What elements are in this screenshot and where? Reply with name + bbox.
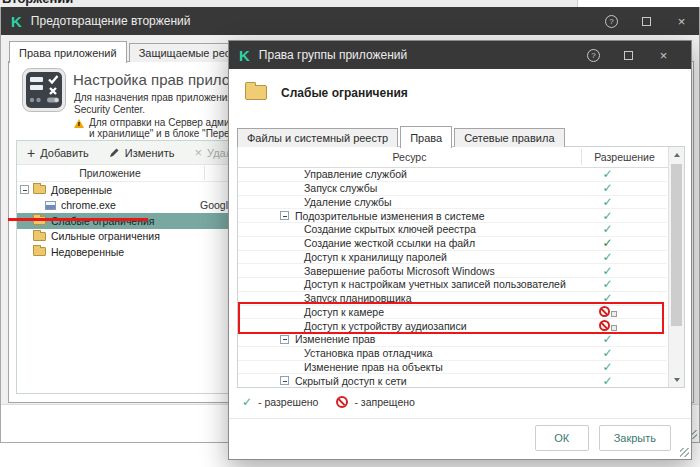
expander-icon[interactable] [20,185,29,194]
add-button[interactable]: + Добавить [27,146,89,160]
edit-button[interactable]: Изменить [109,147,175,159]
maximize-button[interactable] [629,7,664,35]
legend: ✓ - разрешено - запрещено [242,396,415,408]
allowed-icon: ✓ [602,347,612,359]
folder-icon [33,216,46,225]
dialog-close-button[interactable]: × [646,41,681,69]
table-row[interactable]: Изменение прав на объекты ✓ [238,361,667,375]
status-cell[interactable]: ✓ [564,278,651,290]
row-label: Запуск службы [304,182,377,194]
close-button[interactable]: × [664,7,699,35]
status-cell[interactable]: ✓ [564,168,651,180]
scrollbar-thumb[interactable] [671,164,682,326]
row-label: Установка прав отладчика [304,347,433,359]
tab-label: Сетевые правила [464,132,554,144]
status-cell[interactable]: ✓ [564,223,651,235]
page-description: Для назначения прав приложениям и Securi… [74,92,248,115]
close-icon: × [660,49,668,62]
status-cell[interactable]: ✓ [564,320,651,331]
tab[interactable]: Права приложений [9,41,127,63]
status-cell[interactable]: ✓ [564,361,651,373]
allowed-icon: ✓ [602,333,612,345]
status-cell[interactable]: ✓ [564,306,651,317]
table-row[interactable]: Изменение прав ✓ [238,333,667,347]
background-window-strip: Вторжений [0,0,578,7]
tree-item-label: Доверенные [51,184,112,196]
close-dialog-button[interactable]: Закрыть [599,425,671,451]
table-row[interactable]: Запуск службы ✓ [238,182,667,196]
tab-label: Файлы и системный реестр [247,132,388,144]
warning-icon [74,119,84,128]
dialog-help-button[interactable]: ? [576,41,611,69]
kaspersky-logo-icon: K [11,14,22,29]
tab[interactable]: Файлы и системный реестр [237,128,398,147]
help-button[interactable]: ? [594,7,629,35]
table-row[interactable]: Установка прав отладчика ✓ [238,347,667,361]
help-icon: ? [605,15,618,28]
pencil-icon [109,147,120,158]
override-marker-icon [611,325,617,331]
table-row[interactable]: Завершение работы Microsoft Windows ✓ [238,264,667,278]
status-cell[interactable]: ✓ [564,251,651,263]
table-row[interactable]: Создание жесткой ссылки на файл ✓ [238,237,667,251]
scroll-down-icon[interactable] [669,372,684,387]
folder-icon [33,232,46,241]
tab-label: Права [410,132,442,144]
application-column-header: Приложение [17,167,203,179]
help-icon: ? [587,49,600,62]
app-file-icon [45,201,56,210]
table-row[interactable]: Скрытый доступ к сети ✓ [238,374,667,387]
folder-icon [33,247,46,256]
table-row[interactable]: Запуск планировщика ✓ [238,292,667,306]
main-titlebar: K Предотвращение вторжений ? × [1,7,699,35]
page-title: Настройка прав приложе [73,71,248,88]
status-cell[interactable]: ✓ [564,265,651,277]
status-cell[interactable]: ✓ [564,182,651,194]
resource-column-header: Ресурс [238,151,581,163]
row-label: Доступ к камере [304,306,384,318]
status-cell[interactable]: ✓ [564,375,651,387]
row-label: Управление службой [304,168,407,180]
status-cell[interactable]: ✓ [564,292,651,304]
table-row[interactable]: Доступ к камере ✓ [238,306,667,320]
status-cell[interactable]: ✓ [564,210,651,222]
collapse-icon[interactable] [280,376,289,385]
dialog-maximize-button[interactable] [611,41,646,69]
table-row[interactable]: Доступ к устройству аудиозаписи ✓ [238,319,667,333]
description-line2: Security Center. [74,104,248,116]
ok-button[interactable]: ОК [535,425,589,451]
allowed-icon: ✓ [602,196,612,208]
allowed-icon: ✓ [242,396,252,408]
plus-icon: + [27,146,35,160]
vertical-scrollbar[interactable] [668,147,684,387]
denied-icon [599,306,617,317]
table-row[interactable]: Удаление службы ✓ [238,196,667,210]
tab[interactable]: Сетевые правила [454,128,564,147]
row-label: Создание жесткой ссылки на файл [304,237,475,249]
description-line1: Для назначения прав приложениям и [74,92,248,104]
background-window-text: Вторжений [2,0,577,6]
dialog-footer: ОК Закрыть [229,425,691,451]
table-row[interactable]: Доступ к хранилищу паролей ✓ [238,251,667,265]
warning-line2: и хранилище" и в блоке "Передач [89,128,246,139]
table-row[interactable]: Создание скрытых ключей реестра ✓ [238,223,667,237]
denied-legend-label: - запрещено [354,396,414,408]
tree-item-label: Сильные ограничения [51,230,160,242]
kaspersky-logo-icon: K [239,48,250,63]
status-cell[interactable]: ✓ [564,347,651,359]
permission-column-header: Разрешение [581,151,668,163]
row-label: Доступ к устройству аудиозаписи [304,320,467,332]
allowed-icon: ✓ [602,251,612,263]
table-row[interactable]: Доступ к настройкам учетных записей поль… [238,278,667,292]
status-cell[interactable]: ✓ [564,196,651,208]
resize-grip[interactable] [680,448,689,457]
table-row[interactable]: Подозрительные изменения в системе ✓ [238,209,667,223]
scroll-up-icon[interactable] [669,147,684,162]
status-cell[interactable]: ✓ [564,237,651,249]
collapse-icon[interactable] [280,211,289,220]
status-cell[interactable]: ✓ [564,333,651,345]
rights-table-header: Ресурс Разрешение [238,147,684,168]
collapse-icon[interactable] [280,335,289,344]
tab[interactable]: Права [400,126,452,148]
table-row[interactable]: Управление службой ✓ [238,168,667,182]
